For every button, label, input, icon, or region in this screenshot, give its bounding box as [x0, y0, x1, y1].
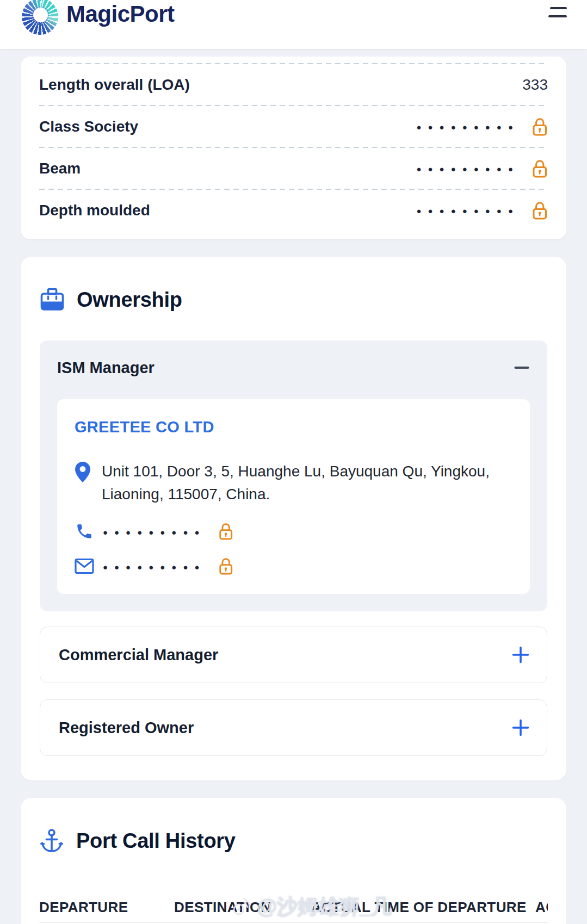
row-value: 333 [522, 76, 548, 94]
column-header-clipped: ACTU [535, 899, 548, 916]
briefcase-icon [40, 287, 65, 312]
lock-icon[interactable] [532, 117, 548, 137]
masked-value: ●●●●●●●●● [416, 159, 548, 178]
table-row: Beam ●●●●●●●●● [39, 148, 548, 189]
hidden-value-dots: ●●●●●●●●● [416, 165, 520, 173]
column-header-departure: DEPARTURE [39, 899, 174, 916]
section-title: Ownership [77, 288, 182, 312]
row-label: Depth moulded [39, 202, 150, 219]
commercial-manager-toggle[interactable]: Commercial Manager [40, 627, 547, 683]
vessel-particulars-card: Length overall (LOA) 333 Class Society ●… [21, 57, 566, 239]
hidden-phone-dots: ●●●●●●●●● [103, 528, 206, 536]
hidden-email-dots: ●●●●●●●●● [103, 563, 206, 571]
row-label: Length overall (LOA) [39, 76, 190, 94]
fold-label: Commercial Manager [59, 646, 218, 664]
section-title: Port Call History [76, 829, 236, 853]
ownership-card: Ownership ISM Manager GREETEE CO LTD Uni… [21, 257, 566, 780]
lock-icon[interactable] [532, 201, 548, 220]
registered-owner-toggle[interactable]: Registered Owner [40, 699, 547, 756]
port-call-history-header: Port Call History [39, 828, 548, 853]
menu-bar [548, 15, 567, 17]
port-call-table-header: DEPARTURE DESTINATION ACTUAL TIME OF DEP… [39, 892, 548, 923]
company-card: GREETEE CO LTD Unit 101, Door 3, 5, Huan… [57, 399, 530, 594]
magicport-logo-icon[interactable] [22, 0, 58, 35]
ism-manager-panel: ISM Manager GREETEE CO LTD Unit 101, Doo… [40, 340, 547, 611]
hidden-value-dots: ●●●●●●●●● [416, 123, 520, 131]
expand-plus-icon[interactable] [511, 718, 530, 737]
phone-row: ●●●●●●●●● [75, 520, 512, 543]
column-header-actual-time-of-departure: ACTUAL TIME OF DEPARTURE [311, 899, 535, 916]
envelope-icon [75, 558, 94, 574]
masked-value: ●●●●●●●●● [416, 201, 548, 220]
hidden-value-dots: ●●●●●●●●● [416, 207, 520, 215]
row-label: Class Society [39, 118, 138, 135]
table-row: Depth moulded ●●●●●●●●● [39, 190, 548, 231]
vessel-detail-page: MagicPort Length overall (LOA) 333 Class… [0, 0, 587, 924]
panel-title: ISM Manager [57, 359, 155, 377]
collapse-minus-icon[interactable] [514, 359, 530, 376]
table-row: Length overall (LOA) 333 [39, 64, 548, 105]
company-address: Unit 101, Door 3, 5, Huanghe Lu, Bayuqua… [102, 460, 506, 506]
fold-label: Registered Owner [59, 719, 194, 737]
address-row: Unit 101, Door 3, 5, Huanghe Lu, Bayuqua… [75, 460, 512, 506]
row-label: Beam [39, 160, 81, 177]
app-header: MagicPort [0, 0, 587, 49]
masked-value: ●●●●●●●●● [416, 117, 548, 137]
lock-icon[interactable] [532, 159, 548, 178]
lock-icon[interactable] [218, 557, 233, 575]
ownership-header: Ownership [40, 287, 547, 312]
hamburger-menu-icon[interactable] [548, 7, 567, 21]
expand-plus-icon[interactable] [511, 645, 530, 665]
column-header-destination: DESTINATION [174, 899, 311, 916]
company-name-link[interactable]: GREETEE CO LTD [75, 418, 512, 436]
anchor-icon [39, 828, 64, 854]
ism-manager-toggle[interactable]: ISM Manager [57, 357, 530, 379]
port-call-history-card: Port Call History DEPARTURE DESTINATION … [21, 798, 566, 924]
lock-icon[interactable] [218, 522, 233, 541]
phone-icon [75, 522, 94, 541]
brand-title[interactable]: MagicPort [66, 1, 175, 27]
table-row: Class Society ●●●●●●●●● [39, 106, 548, 147]
map-pin-icon [75, 461, 91, 506]
menu-bar [550, 7, 567, 9]
email-row: ●●●●●●●●● [75, 555, 512, 578]
